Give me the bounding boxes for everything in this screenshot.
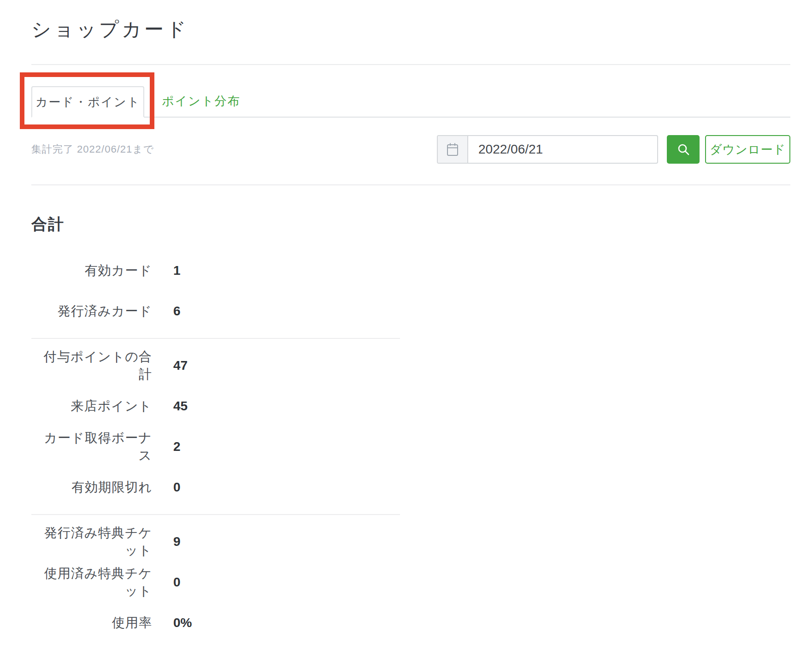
stat-label: 有効カード xyxy=(31,262,152,279)
stat-row: 発行済み特典チケット9 xyxy=(31,521,790,562)
stat-value: 45 xyxy=(173,399,188,414)
date-input[interactable]: 2022/06/21 xyxy=(437,135,658,164)
calendar-button[interactable] xyxy=(438,136,468,163)
stat-value: 0 xyxy=(173,480,181,495)
stat-divider xyxy=(31,514,400,515)
tab-point-distribution[interactable]: ポイント分布 xyxy=(157,85,245,117)
divider xyxy=(31,64,790,65)
toolbar-actions: 2022/06/21 ダウンロード xyxy=(437,135,790,164)
search-button[interactable] xyxy=(667,135,700,164)
stat-row: 使用済み特典チケット0 xyxy=(31,562,790,603)
tab-card-point-label: カード・ポイント xyxy=(35,94,141,110)
stat-label: 有効期限切れ xyxy=(31,479,152,496)
stat-label: 来店ポイント xyxy=(31,397,152,415)
stat-row: 有効カード1 xyxy=(31,250,790,291)
stat-value: 2 xyxy=(173,439,181,454)
stat-row: 使用率0% xyxy=(31,603,790,643)
divider xyxy=(31,184,790,185)
stat-value: 47 xyxy=(173,358,188,373)
stat-row: 来店ポイント45 xyxy=(31,386,790,426)
stat-row: 有効期限切れ0 xyxy=(31,467,790,508)
summary-stats: 有効カード1発行済みカード6付与ポイントの合計47来店ポイント45カード取得ボー… xyxy=(31,250,790,643)
stat-value: 0 xyxy=(173,575,181,590)
toolbar: 集計完了 2022/06/21まで 2022/06/21 xyxy=(31,135,790,164)
stat-value: 0% xyxy=(173,615,192,630)
stat-row: カード取得ボーナス2 xyxy=(31,426,790,467)
page-title: ショップカード xyxy=(31,17,790,42)
stat-value: 1 xyxy=(173,263,181,278)
tab-bar: カード・ポイント ポイント分布 xyxy=(31,85,790,118)
aggregation-note: 集計完了 2022/06/21まで xyxy=(31,142,154,156)
shop-card-page: ショップカード カード・ポイント ポイント分布 集計完了 2022/06/21ま… xyxy=(0,17,812,643)
stat-label: カード取得ボーナス xyxy=(31,429,152,464)
stat-row: 発行済みカード6 xyxy=(31,291,790,331)
magnifier-icon xyxy=(677,142,690,156)
stat-label: 付与ポイントの合計 xyxy=(31,348,152,383)
tab-point-distribution-label: ポイント分布 xyxy=(162,93,240,109)
date-value[interactable]: 2022/06/21 xyxy=(468,136,543,163)
stat-value: 6 xyxy=(173,304,181,319)
stat-label: 発行済み特典チケット xyxy=(31,524,152,559)
stat-divider xyxy=(31,338,400,339)
tab-card-point[interactable]: カード・ポイント xyxy=(31,86,144,118)
download-button[interactable]: ダウンロード xyxy=(705,135,790,164)
stat-label: 使用率 xyxy=(31,614,152,632)
stat-value: 9 xyxy=(173,534,181,549)
section-heading-total: 合計 xyxy=(31,214,790,235)
stat-row: 付与ポイントの合計47 xyxy=(31,345,790,386)
stat-label: 使用済み特典チケット xyxy=(31,565,152,600)
calendar-icon xyxy=(446,142,459,157)
stat-label: 発行済みカード xyxy=(31,302,152,320)
